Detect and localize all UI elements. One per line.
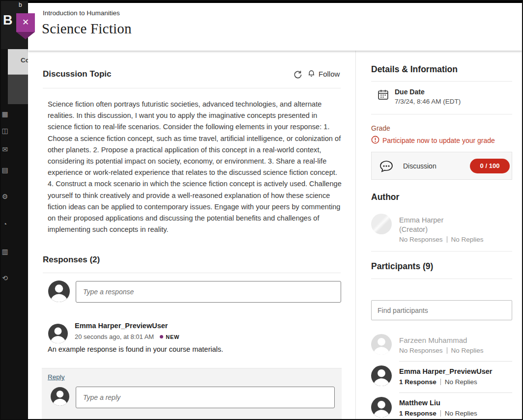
discussion-topic-text: Science fiction often portrays futuristi… <box>48 99 342 235</box>
left-nav-rail: b B Co ▦ ◫ ✉ ▤ ⚙ ◔ ▥ ⟲ <box>1 1 28 419</box>
grade-label: Grade <box>371 124 390 132</box>
divider <box>399 361 512 362</box>
column-divider <box>355 51 356 419</box>
divider <box>371 114 512 114</box>
divider <box>371 251 512 252</box>
due-date-label: Due Date <box>395 88 425 96</box>
refresh-icon <box>293 74 303 81</box>
page-title: Science Fiction <box>42 21 132 37</box>
grade-item-label: Discussion <box>403 162 436 170</box>
participant-name: Farzeen Muhammad <box>399 336 467 344</box>
participant-avatar <box>371 365 392 386</box>
responder-avatar <box>48 324 68 343</box>
author-response-count: No Responses <box>399 236 443 243</box>
panel-body: Discussion Topic Follow Scie <box>28 51 522 419</box>
author-avatar <box>371 214 392 234</box>
partial-tab-strip: Co <box>8 49 28 75</box>
partial-text: b <box>19 1 22 8</box>
participant-avatar <box>371 334 392 355</box>
stat-divider <box>447 236 447 243</box>
participant-avatar <box>371 397 392 418</box>
reply-link[interactable]: Reply <box>48 373 65 381</box>
bell-icon <box>307 69 316 79</box>
participant-name: Matthew Liu <box>399 399 440 407</box>
grade-score-badge: 0 / 100 <box>470 159 510 173</box>
grade-warning-text: Participate now to update your grade <box>382 137 495 144</box>
divider <box>43 88 341 88</box>
stat-divider <box>447 347 447 354</box>
rail-banner-fragment <box>8 75 28 104</box>
gear-icon: ⚙ <box>1 193 9 200</box>
participant-reply-count: No Replies <box>445 378 477 386</box>
participant-response-count: 1 Response <box>399 410 436 417</box>
close-button[interactable]: ✕ <box>16 13 35 32</box>
author-name: Emma Harper <box>399 216 443 224</box>
current-user-avatar <box>48 280 70 302</box>
grade-warning: Participate now to update your grade <box>371 136 495 145</box>
participant-reply-count: No Replies <box>445 410 477 417</box>
participant-stats: 1 Response No Replies <box>399 410 477 417</box>
participant-reply-count: No Replies <box>451 347 484 354</box>
follow-button[interactable]: Follow <box>307 69 340 79</box>
author-role: (Creator) <box>399 225 428 233</box>
response-body: An example response is found in your cou… <box>48 345 223 353</box>
list-icon: ▤ <box>1 166 9 174</box>
mail-icon: ✉ <box>1 145 9 153</box>
warning-icon <box>371 136 379 145</box>
divider <box>399 392 512 393</box>
stat-divider <box>440 379 441 385</box>
clock-icon: ◔ <box>1 220 9 228</box>
grade-item-card: Discussion 0 / 100 <box>371 152 512 180</box>
history-icon: ⟲ <box>1 274 9 282</box>
participant-name: Emma Harper_PreviewUser <box>399 367 492 375</box>
reply-input[interactable] <box>76 387 335 408</box>
details-heading: Details & Information <box>371 64 458 75</box>
due-date-value: 7/3/24, 8:46 AM (EDT) <box>395 98 461 105</box>
stat-divider <box>440 410 441 417</box>
response-input[interactable] <box>76 281 341 303</box>
author-reply-count: No Replies <box>451 236 484 243</box>
discussion-panel: Introduction to Humanities Science Ficti… <box>28 3 522 419</box>
refresh-button[interactable] <box>291 69 304 81</box>
author-heading: Author <box>371 192 399 202</box>
discussion-topic-heading: Discussion Topic <box>43 69 112 79</box>
panel-icon: ◫ <box>1 127 9 135</box>
app-logo: B <box>3 13 13 28</box>
new-badge: NEW <box>166 334 179 340</box>
response-timestamp: 20 seconds ago, at 8:01 AM <box>75 333 154 340</box>
response-meta: 20 seconds ago, at 8:01 AM NEW <box>75 333 179 340</box>
course-name: Introduction to Humanities <box>43 9 120 17</box>
follow-label: Follow <box>319 70 340 78</box>
divider <box>371 279 512 279</box>
close-ribbon-fold <box>16 32 35 39</box>
app-window: b B Co ▦ ◫ ✉ ▤ ⚙ ◔ ▥ ⟲ ✕ Introduction to… <box>0 0 523 420</box>
rows-icon: ▥ <box>1 248 9 255</box>
participants-heading: Participants (9) <box>371 261 433 272</box>
discussion-bubble-icon <box>378 158 394 176</box>
response-author: Emma Harper_PreviewUser <box>75 322 168 330</box>
divider <box>43 273 341 273</box>
new-dot-icon <box>160 335 163 338</box>
participant-response-count: 1 Response <box>399 378 436 386</box>
find-participants-input[interactable] <box>371 300 512 320</box>
participant-stats: No Responses No Replies <box>399 347 484 354</box>
grid-icon: ▦ <box>1 110 9 118</box>
participant-stats: 1 Response No Replies <box>399 378 477 386</box>
panel-header: Introduction to Humanities Science Ficti… <box>28 3 522 51</box>
calendar-icon <box>377 88 389 103</box>
participant-response-count: No Responses <box>399 347 443 354</box>
responses-heading: Responses (2) <box>43 255 100 265</box>
divider <box>371 81 512 82</box>
current-user-avatar <box>51 387 69 406</box>
reply-section: Reply <box>42 368 342 419</box>
author-stats: No Responses No Replies <box>399 236 484 243</box>
